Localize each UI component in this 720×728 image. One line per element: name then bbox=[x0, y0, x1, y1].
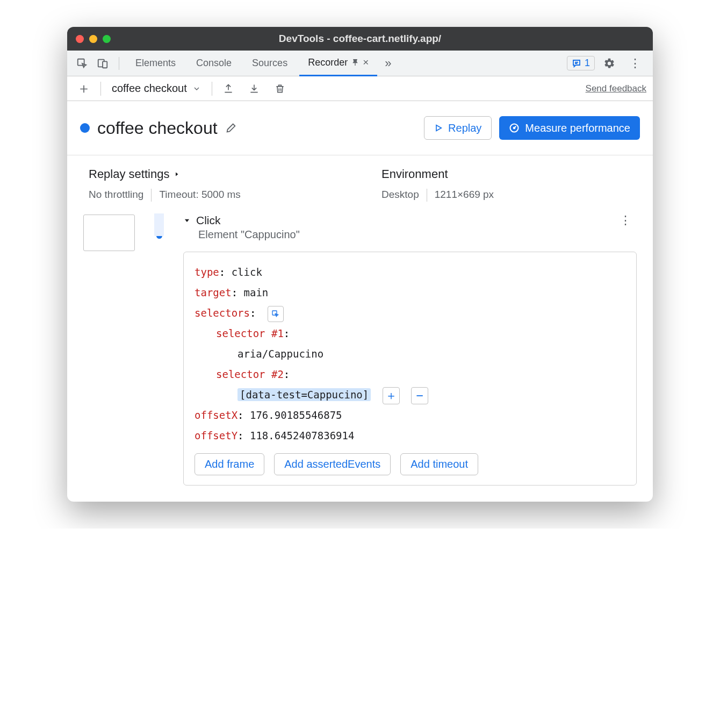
detail-offsety[interactable]: offsetY: 118.6452407836914 bbox=[195, 425, 625, 446]
environment-heading: Environment bbox=[381, 167, 631, 181]
kebab-menu-icon[interactable]: ⋮ bbox=[624, 56, 646, 70]
svg-rect-2 bbox=[103, 61, 107, 68]
new-recording-icon[interactable]: ＋ bbox=[74, 79, 94, 98]
replay-settings: Replay settings No throttling Timeout: 5… bbox=[89, 167, 339, 202]
detail-type[interactable]: type: click bbox=[195, 262, 625, 282]
step-title: Click bbox=[196, 214, 221, 227]
pin-icon bbox=[351, 58, 359, 67]
steps-area: Click ⋮ Element "Cappucino" type: click … bbox=[67, 213, 653, 502]
step-body: Click ⋮ Element "Cappucino" type: click … bbox=[183, 213, 637, 486]
step-thumbnail[interactable] bbox=[83, 215, 135, 251]
svg-rect-10 bbox=[272, 311, 277, 315]
detail-offsetx[interactable]: offsetX: 176.90185546875 bbox=[195, 405, 625, 425]
divider bbox=[212, 82, 212, 96]
replay-button[interactable]: Replay bbox=[424, 116, 492, 140]
replay-label: Replay bbox=[448, 122, 481, 134]
play-icon bbox=[434, 124, 443, 132]
add-timeout-button[interactable]: Add timeout bbox=[400, 453, 478, 475]
add-selector-icon[interactable]: ＋ bbox=[383, 387, 400, 404]
step-subtitle: Element "Cappucino" bbox=[198, 229, 637, 241]
window-title: DevTools - coffee-cart.netlify.app/ bbox=[67, 33, 653, 45]
svg-point-7 bbox=[514, 127, 515, 129]
add-frame-button[interactable]: Add frame bbox=[195, 453, 264, 475]
devtools-window: DevTools - coffee-cart.netlify.app/ Elem… bbox=[67, 27, 653, 502]
close-icon[interactable] bbox=[76, 35, 84, 43]
minimize-icon[interactable] bbox=[89, 35, 97, 43]
detail-selector-2[interactable]: selector #2: bbox=[195, 364, 625, 384]
traffic-lights bbox=[76, 35, 111, 43]
divider bbox=[100, 82, 101, 96]
tab-label: Elements bbox=[135, 58, 176, 69]
divider bbox=[151, 189, 152, 202]
caret-down-icon bbox=[183, 217, 191, 224]
export-icon[interactable] bbox=[219, 83, 238, 94]
settings-icon[interactable] bbox=[598, 58, 621, 69]
device-toggle-icon[interactable] bbox=[94, 55, 111, 72]
divider bbox=[427, 189, 427, 202]
gauge-icon bbox=[509, 123, 520, 133]
issues-badge[interactable]: 1 bbox=[567, 56, 595, 70]
device-value: Desktop bbox=[381, 189, 419, 202]
svg-rect-0 bbox=[78, 59, 84, 65]
tab-label: Sources bbox=[252, 58, 287, 69]
issues-count: 1 bbox=[585, 58, 590, 69]
add-asserted-events-button[interactable]: Add assertedEvents bbox=[274, 453, 391, 475]
environment-settings: Environment Desktop 1211×669 px bbox=[381, 167, 631, 202]
tab-recorder[interactable]: Recorder × bbox=[299, 51, 377, 76]
import-icon[interactable] bbox=[244, 83, 264, 94]
tab-console[interactable]: Console bbox=[188, 51, 240, 76]
caret-right-icon bbox=[174, 171, 180, 177]
recording-header: coffee checkout Replay Measure performan… bbox=[67, 101, 653, 155]
svg-marker-9 bbox=[185, 219, 189, 222]
divider bbox=[119, 57, 119, 70]
measure-label: Measure performance bbox=[525, 122, 630, 134]
chat-icon bbox=[572, 59, 581, 68]
tab-sources[interactable]: Sources bbox=[243, 51, 296, 76]
timeline bbox=[135, 213, 183, 486]
remove-selector-icon[interactable]: − bbox=[411, 387, 428, 404]
recording-title: coffee checkout bbox=[97, 118, 218, 138]
timeout-value: Timeout: 5000 ms bbox=[159, 189, 240, 202]
send-feedback-link[interactable]: Send feedback bbox=[586, 83, 646, 94]
titlebar: DevTools - coffee-cart.netlify.app/ bbox=[67, 27, 653, 51]
viewport-value: 1211×669 px bbox=[435, 189, 494, 202]
svg-marker-5 bbox=[436, 125, 441, 131]
step-header[interactable]: Click ⋮ bbox=[183, 213, 637, 227]
svg-marker-8 bbox=[176, 173, 178, 176]
detail-target[interactable]: target: main bbox=[195, 282, 625, 303]
throttling-value: No throttling bbox=[89, 189, 143, 202]
tab-label: Recorder bbox=[308, 57, 348, 68]
step-kebab-icon[interactable]: ⋮ bbox=[620, 213, 637, 227]
measure-performance-button[interactable]: Measure performance bbox=[499, 116, 640, 140]
chevron-down-icon bbox=[192, 84, 201, 93]
recording-status-dot bbox=[80, 123, 90, 133]
replay-settings-heading[interactable]: Replay settings bbox=[89, 167, 339, 181]
panel-tabbar: Elements Console Sources Recorder × » 1 … bbox=[67, 51, 653, 76]
step-action-buttons: Add frame Add assertedEvents Add timeout bbox=[195, 453, 625, 475]
more-tabs-icon[interactable]: » bbox=[380, 56, 395, 70]
detail-selector-1[interactable]: selector #1: bbox=[195, 323, 625, 344]
step-details: type: click target: main selectors: sele… bbox=[183, 252, 637, 486]
zoom-icon[interactable] bbox=[103, 35, 111, 43]
delete-icon[interactable] bbox=[270, 83, 290, 94]
detail-selectors[interactable]: selectors: bbox=[195, 303, 625, 323]
detail-selector-2-value[interactable]: [data-test=Cappucino] ＋ − bbox=[195, 384, 625, 405]
pick-selector-icon[interactable] bbox=[268, 306, 284, 322]
recorder-toolbar: ＋ coffee checkout Send feedback bbox=[67, 76, 653, 101]
tab-label: Console bbox=[196, 58, 232, 69]
tab-elements[interactable]: Elements bbox=[127, 51, 184, 76]
recording-select[interactable]: coffee checkout bbox=[107, 82, 205, 95]
inspect-icon[interactable] bbox=[74, 55, 91, 72]
timeline-bar bbox=[154, 213, 164, 236]
settings-row: Replay settings No throttling Timeout: 5… bbox=[67, 155, 653, 213]
recording-select-label: coffee checkout bbox=[112, 82, 187, 95]
edit-title-icon[interactable] bbox=[225, 122, 237, 134]
close-tab-icon[interactable]: × bbox=[363, 56, 369, 68]
detail-selector-1-value[interactable]: aria/Cappucino bbox=[195, 344, 625, 364]
